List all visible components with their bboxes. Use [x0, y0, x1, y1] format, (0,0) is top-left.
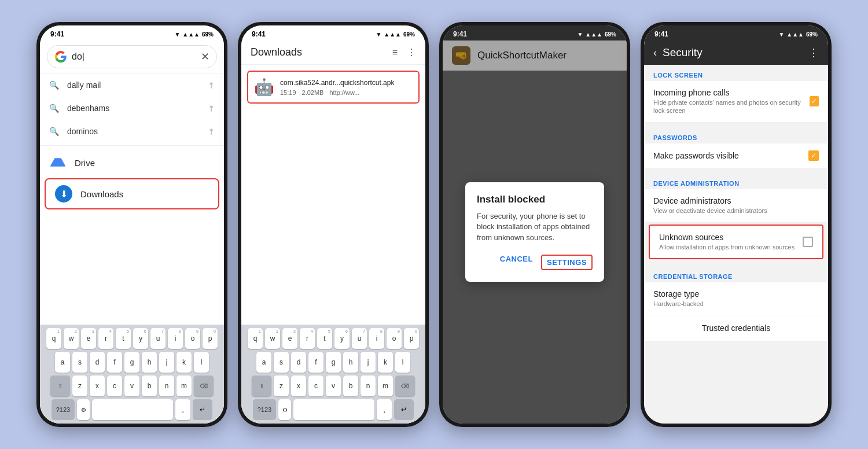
key-l[interactable]: l: [194, 352, 209, 373]
key-z[interactable]: z: [274, 376, 289, 396]
battery-1: 69%: [202, 31, 214, 38]
key-l[interactable]: l: [395, 352, 410, 373]
key-u[interactable]: 7u: [352, 328, 367, 349]
section-gap-3: [644, 262, 828, 266]
incoming-calls-checkbox[interactable]: ✓: [810, 96, 819, 106]
key-r[interactable]: 4r: [300, 328, 315, 349]
make-passwords-item[interactable]: Make passwords visible ✓: [644, 143, 828, 168]
key-t[interactable]: 5t: [116, 328, 131, 349]
key-b[interactable]: b: [343, 376, 358, 396]
storage-type-item[interactable]: Storage type Hardware-backed: [644, 282, 828, 315]
key-e[interactable]: 3e: [282, 328, 297, 349]
unknown-sources-checkbox[interactable]: [803, 237, 813, 247]
key-q[interactable]: 1q: [248, 328, 263, 349]
key-enter[interactable]: ↵: [193, 399, 212, 420]
key-o[interactable]: 9o: [185, 328, 200, 349]
search-input[interactable]: do|: [72, 51, 196, 62]
key-w[interactable]: 2w: [265, 328, 280, 349]
key-y[interactable]: 6y: [334, 328, 350, 349]
key-shift[interactable]: ⇧: [50, 376, 70, 396]
trusted-credentials-item[interactable]: Trusted credentials: [644, 315, 828, 341]
status-icons-1: ▼ ▲▲▲ 69%: [174, 31, 214, 38]
key-nummode[interactable]: ?123: [253, 399, 276, 420]
key-w[interactable]: 2w: [64, 328, 79, 349]
signal-icon: ▲▲▲: [585, 31, 602, 38]
key-c[interactable]: c: [107, 376, 122, 396]
key-s[interactable]: s: [274, 352, 289, 373]
key-q[interactable]: 1q: [46, 328, 61, 349]
key-a[interactable]: a: [55, 352, 70, 373]
key-v[interactable]: v: [124, 376, 139, 396]
lock-screen-label: LOCK SCREEN: [644, 65, 828, 81]
key-z[interactable]: z: [72, 376, 87, 396]
key-g[interactable]: g: [326, 352, 341, 373]
key-g[interactable]: g: [124, 352, 139, 373]
key-enter[interactable]: ↵: [394, 399, 414, 420]
key-h[interactable]: h: [142, 352, 157, 373]
make-passwords-checkbox[interactable]: ✓: [808, 150, 819, 161]
search-bar[interactable]: do| ✕: [47, 45, 217, 68]
key-c[interactable]: c: [308, 376, 323, 396]
incoming-calls-item[interactable]: Incoming phone calls Hide private contac…: [644, 81, 828, 123]
key-dot[interactable]: .: [377, 399, 392, 420]
key-f[interactable]: f: [308, 352, 323, 373]
app-drive[interactable]: Drive: [40, 148, 224, 177]
key-s[interactable]: s: [72, 352, 87, 373]
key-m[interactable]: m: [176, 376, 192, 396]
key-i[interactable]: 8i: [369, 328, 384, 349]
keyboard-1[interactable]: 1q 2w 3e 4r 5t 6y 7u 8i 9o 0p a s d f g: [40, 325, 224, 424]
key-n[interactable]: n: [361, 376, 376, 396]
key-space[interactable]: [293, 399, 374, 420]
unknown-sources-item[interactable]: Unknown sources Allow installation of ap…: [650, 226, 822, 258]
key-d[interactable]: d: [291, 352, 306, 373]
key-r[interactable]: 4r: [98, 328, 113, 349]
key-f[interactable]: f: [107, 352, 122, 373]
key-k[interactable]: k: [176, 352, 192, 373]
key-backspace[interactable]: ⌫: [395, 376, 415, 396]
dialog-settings-button[interactable]: SETTINGS: [541, 255, 593, 270]
key-o[interactable]: 9o: [387, 328, 402, 349]
dialog-cancel-button[interactable]: CANCEL: [500, 255, 533, 270]
key-m[interactable]: m: [378, 376, 393, 396]
filter-icon[interactable]: ≡: [392, 47, 398, 58]
key-backspace[interactable]: ⌫: [194, 376, 214, 396]
key-space[interactable]: [92, 399, 173, 420]
key-t[interactable]: 5t: [317, 328, 332, 349]
wifi-icon: ▼: [778, 31, 784, 38]
close-icon[interactable]: ✕: [201, 50, 209, 63]
key-b[interactable]: b: [142, 376, 157, 396]
key-h[interactable]: h: [343, 352, 358, 373]
key-settings[interactable]: ⚙: [278, 399, 291, 420]
key-shift[interactable]: ⇧: [252, 376, 271, 396]
key-u[interactable]: 7u: [150, 328, 165, 349]
key-settings[interactable]: ⚙: [77, 399, 90, 420]
key-k[interactable]: k: [378, 352, 393, 373]
suggestion-list: 🔍 dally mail ↗ 🔍 debenhams ↗ 🔍 dominos ↗: [40, 73, 224, 143]
key-v[interactable]: v: [326, 376, 341, 396]
app-downloads[interactable]: ⬇ Downloads: [45, 178, 219, 209]
suggestion-debenhams[interactable]: 🔍 debenhams ↗: [40, 97, 224, 120]
key-p[interactable]: 0p: [404, 328, 419, 349]
back-arrow-icon[interactable]: ‹: [653, 47, 657, 59]
key-p[interactable]: 0p: [203, 328, 218, 349]
download-item[interactable]: 🤖 com.sika524.andr...quickshortcut.apk 1…: [247, 71, 420, 104]
key-i[interactable]: 8i: [168, 328, 183, 349]
key-x[interactable]: x: [291, 376, 306, 396]
more-icon[interactable]: ⋮: [407, 47, 416, 58]
key-a[interactable]: a: [256, 352, 271, 373]
suggestion-dominos[interactable]: 🔍 dominos ↗: [40, 120, 224, 143]
key-nummode[interactable]: ?123: [52, 399, 75, 420]
suggestion-dally-mail[interactable]: 🔍 dally mail ↗: [40, 73, 224, 97]
key-y[interactable]: 6y: [133, 328, 148, 349]
key-x[interactable]: x: [90, 376, 105, 396]
key-d[interactable]: d: [90, 352, 105, 373]
key-dot[interactable]: .: [175, 399, 190, 420]
key-e[interactable]: 3e: [81, 328, 96, 349]
key-j[interactable]: j: [159, 352, 174, 373]
device-administrators-item[interactable]: Device administrators View or deactivate…: [644, 189, 828, 222]
more-icon[interactable]: ⋮: [808, 46, 819, 59]
keyboard-2[interactable]: 1q 2w 3e 4r 5t 6y 7u 8i 9o 0p a s d f g: [241, 325, 425, 424]
key-j[interactable]: j: [361, 352, 376, 373]
key-n[interactable]: n: [159, 376, 174, 396]
phone3-content: 🤜 QuickShortcutMaker Install blocked For…: [443, 41, 627, 424]
